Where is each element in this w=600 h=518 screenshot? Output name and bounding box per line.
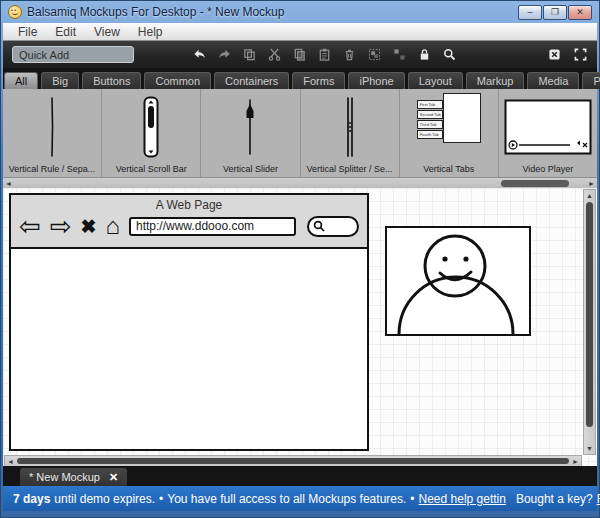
fullscreen-icon[interactable] [573,48,587,62]
tab-containers[interactable]: Containers [214,72,289,89]
palette-item-label: Vertical Rule / Sepa... [3,164,101,174]
main-toolbar [3,41,597,68]
tab-forms[interactable]: Forms [292,72,345,89]
vertical-rule-thumbnail [3,93,101,160]
canvas-horizontal-scrollbar-thumb[interactable] [17,458,569,464]
mockup-canvas[interactable]: A Web Page ⇦ ⇨ ✖ ⌂ http://www.ddooo.com [3,188,597,468]
group-icon[interactable] [367,48,381,62]
balsamiq-smiley-icon [8,5,22,19]
demo-status-bar: 7 days until demo expires. • You have fu… [3,486,597,511]
mockup-tab-new-mockup[interactable]: * New Mockup ✕ [20,468,127,486]
copy-icon[interactable] [292,48,306,62]
back-arrow-icon: ⇦ [19,213,41,239]
menu-file[interactable]: File [9,24,46,40]
close-panel-icon[interactable] [547,48,561,62]
title-bar: Balsamiq Mockups For Desktop - * New Moc… [1,1,599,23]
demo-expires-text: until demo expires. [54,492,155,506]
maximize-button[interactable]: ❐ [543,5,567,20]
canvas-scroll-down-arrow-icon[interactable]: ▼ [584,443,595,454]
palette-item-vertical-slider[interactable]: Vertical Slider [201,89,300,177]
zoom-icon[interactable] [442,48,456,62]
library-category-tabs: All Big Buttons Common Containers Forms … [3,68,597,89]
days-remaining: 7 days [13,492,50,506]
undo-icon[interactable] [192,48,206,62]
vertical-tabs-mini-tabs: First Tab Second Tab Third Tab Fourth Ta… [417,100,443,140]
mockup-tab-close-icon[interactable]: ✕ [109,471,118,484]
bullet: • [410,492,414,506]
smiley-face-drawing [387,228,529,334]
tab-big[interactable]: Big [41,72,79,89]
tab-buttons[interactable]: Buttons [82,72,141,89]
component-palette: Vertical Rule / Sepa... Vertical Scroll … [3,89,597,177]
mini-tab: Second Tab [417,110,443,119]
stop-x-icon: ✖ [81,217,97,236]
lock-icon[interactable] [417,48,431,62]
video-player-thumbnail [499,93,597,160]
mockup-tab-bar: * New Mockup ✕ [3,466,597,486]
search-box [307,216,359,237]
palette-item-label: Vertical Splitter / Se... [301,164,399,174]
tab-iphone[interactable]: iPhone [348,72,404,89]
palette-item-label: Video Player [499,164,597,174]
palette-item-vertical-splitter[interactable]: Vertical Splitter / Se... [301,89,400,177]
tab-project-assets[interactable]: Project Assets [582,72,600,89]
need-help-link[interactable]: Need help gettin [419,492,506,506]
window-controls: – ❐ ✕ [518,5,592,20]
register-link[interactable]: Register... [597,492,600,506]
quick-add-input[interactable] [12,46,134,63]
vertical-tabs-page-area [443,93,481,143]
tab-all[interactable]: All [4,72,38,89]
tab-common[interactable]: Common [144,72,211,89]
url-field: http://www.ddooo.com [129,217,296,236]
palette-scrollbar-thumb[interactable] [501,180,569,187]
full-access-text: You have full access to all Mockups feat… [167,492,406,506]
app-window: Balsamiq Mockups For Desktop - * New Moc… [0,0,600,518]
ungroup-icon[interactable] [392,48,406,62]
forward-arrow-icon: ⇨ [50,213,72,239]
canvas-vertical-scrollbar-thumb[interactable] [586,202,593,427]
browser-window-mockup[interactable]: A Web Page ⇦ ⇨ ✖ ⌂ http://www.ddooo.com [9,193,369,451]
palette-item-vertical-tabs[interactable]: First Tab Second Tab Third Tab Fourth Ta… [400,89,499,177]
tab-markup[interactable]: Markup [466,72,525,89]
bullet: • [159,492,163,506]
menu-bar: File Edit View Help [3,23,597,41]
browser-mockup-header: A Web Page ⇦ ⇨ ✖ ⌂ http://www.ddooo.com [11,195,367,249]
view-tool-icons [547,48,587,62]
cut-icon[interactable] [267,48,281,62]
palette-item-vertical-rule[interactable]: Vertical Rule / Sepa... [3,89,102,177]
vertical-scroll-bar-thumbnail [102,93,200,160]
menu-view[interactable]: View [85,24,129,40]
palette-item-label: Vertical Scroll Bar [102,164,200,174]
tab-layout[interactable]: Layout [408,72,463,89]
mockup-tab-label: * New Mockup [29,471,100,483]
bought-key-text: Bought a key? [516,492,593,506]
palette-item-label: Vertical Tabs [400,164,498,174]
canvas-vertical-scrollbar: ▲ ▼ [583,189,596,455]
search-magnifier-icon [313,220,326,233]
duplicate-icon[interactable] [242,48,256,62]
window-title: Balsamiq Mockups For Desktop - * New Moc… [27,5,284,19]
vertical-slider-thumbnail [201,93,299,160]
minimize-button[interactable]: – [518,5,542,20]
tab-media[interactable]: Media [527,72,579,89]
canvas-scroll-up-arrow-icon[interactable]: ▲ [584,190,595,201]
close-button[interactable]: ✕ [568,5,592,20]
browser-mockup-title: A Web Page [11,195,367,212]
palette-item-label: Vertical Slider [201,164,299,174]
delete-icon[interactable] [342,48,356,62]
mini-tab: Third Tab [417,120,443,129]
palette-item-video-player[interactable]: Video Player [499,89,597,177]
palette-item-vertical-scroll-bar[interactable]: Vertical Scroll Bar [102,89,201,177]
menu-help[interactable]: Help [129,24,172,40]
vertical-splitter-thumbnail [301,93,399,160]
image-smiley-mockup[interactable] [385,226,531,336]
edit-tool-icons [192,48,456,62]
home-icon: ⌂ [106,214,121,238]
mini-tab: Fourth Tab [417,130,443,139]
menu-edit[interactable]: Edit [46,24,85,40]
palette-scrollbar: ◄ ► [3,177,597,188]
paste-icon[interactable] [317,48,331,62]
redo-icon[interactable] [217,48,231,62]
mini-tab: First Tab [417,100,443,109]
vertical-tabs-thumbnail: First Tab Second Tab Third Tab Fourth Ta… [400,93,498,160]
